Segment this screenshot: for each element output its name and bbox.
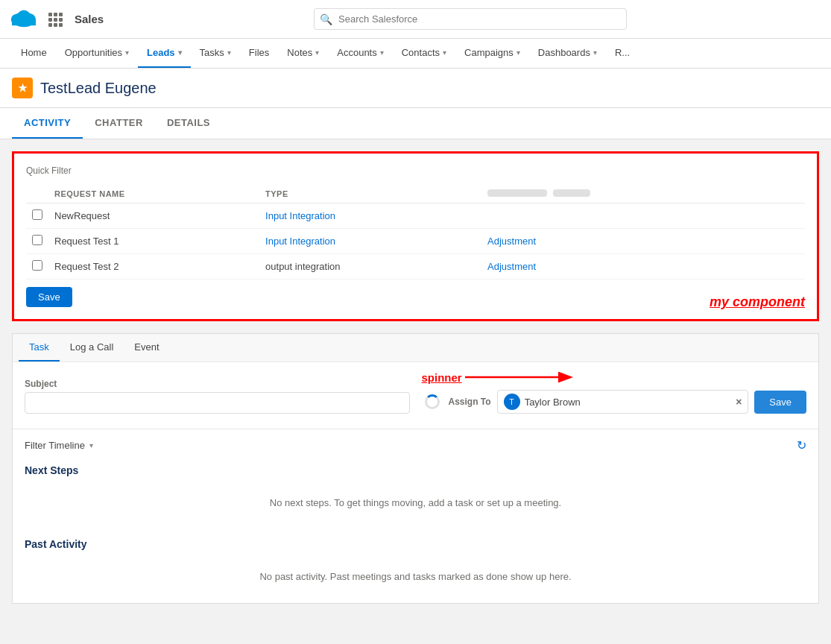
nav-item-dashboards[interactable]: Dashboards ▾ xyxy=(529,39,606,68)
svg-rect-8 xyxy=(48,18,52,22)
table-row: Request Test 1 Input Integration Adjustm… xyxy=(26,229,805,254)
assign-to-wrapper: T Taylor Brown × xyxy=(497,390,749,414)
chevron-down-icon: ▾ xyxy=(178,48,182,57)
component-save-button[interactable]: Save xyxy=(26,287,72,307)
table-row: Request Test 2 output integration Adjust… xyxy=(26,254,805,280)
row-request-name: NewRequest xyxy=(48,203,259,229)
svg-rect-5 xyxy=(48,13,52,16)
my-component-label: my component xyxy=(710,294,805,310)
refresh-icon[interactable]: ↻ xyxy=(797,438,806,452)
clear-assign-button[interactable]: × xyxy=(736,396,742,408)
nav-item-accounts[interactable]: Accounts ▾ xyxy=(328,39,392,68)
svg-rect-12 xyxy=(54,23,57,27)
nav-item-more[interactable]: R... xyxy=(606,39,639,68)
search-bar: 🔍 xyxy=(314,8,627,30)
tab-details[interactable]: DETAILS xyxy=(155,108,222,139)
table-row: NewRequest Input Integration xyxy=(26,203,805,229)
table-header-request-name: REQUEST NAME xyxy=(48,185,259,203)
chevron-down-icon: ▾ xyxy=(227,48,231,57)
app-name: Sales xyxy=(75,13,104,25)
row-checkbox[interactable] xyxy=(26,203,48,229)
assign-to-field: spinner xyxy=(422,371,807,414)
table-header-col4 xyxy=(481,185,774,203)
task-save-button[interactable]: Save xyxy=(754,391,806,414)
search-icon: 🔍 xyxy=(320,13,332,25)
nav-item-notes[interactable]: Notes ▾ xyxy=(278,39,328,68)
row-adjustment[interactable]: Adjustment xyxy=(481,254,774,280)
task-form: Subject spinner xyxy=(13,362,818,429)
nav-item-opportunities[interactable]: Opportunities ▾ xyxy=(56,39,138,68)
timeline-section: Filter Timeline ▾ ↻ Next Steps No next s… xyxy=(13,429,818,603)
svg-rect-4 xyxy=(12,19,36,25)
svg-rect-7 xyxy=(59,13,63,16)
lead-icon: ★ xyxy=(12,78,33,98)
row-adjustment xyxy=(481,203,774,229)
main-content: Quick Filter REQUEST NAME TYPE xyxy=(0,139,831,644)
tab-activity[interactable]: ACTIVITY xyxy=(12,108,83,139)
row-request-name: Request Test 2 xyxy=(48,254,259,280)
top-bar: Sales 🔍 xyxy=(0,0,831,39)
nav-item-campaigns[interactable]: Campaigns ▾ xyxy=(455,39,529,68)
svg-rect-6 xyxy=(54,13,57,16)
spinner-label: spinner xyxy=(422,371,462,384)
component-table: REQUEST NAME TYPE NewRequest Inpu xyxy=(26,185,805,280)
row-adjustment[interactable]: Adjustment xyxy=(481,229,774,254)
nav-item-tasks[interactable]: Tasks ▾ xyxy=(191,39,240,68)
row-type[interactable]: Input Integration xyxy=(259,229,481,254)
spinner-arrow xyxy=(465,368,584,391)
salesforce-logo[interactable] xyxy=(9,3,39,35)
table-header-checkbox xyxy=(26,185,48,203)
quick-filter-label: Quick Filter xyxy=(26,165,805,176)
row-checkbox[interactable] xyxy=(26,229,48,254)
nav-item-contacts[interactable]: Contacts ▾ xyxy=(393,39,455,68)
nav-item-files[interactable]: Files xyxy=(240,39,278,68)
activity-tabs: Task Log a Call Event xyxy=(13,334,818,362)
next-steps-header: Next Steps xyxy=(25,464,806,476)
chevron-down-icon: ▾ xyxy=(315,48,319,57)
chevron-down-icon: ▾ xyxy=(125,48,129,57)
search-input[interactable] xyxy=(314,8,627,30)
filter-caret-icon[interactable]: ▾ xyxy=(89,441,93,449)
row-type: output integration xyxy=(259,254,481,280)
filter-timeline-label[interactable]: Filter Timeline xyxy=(25,440,85,451)
filter-timeline-bar: Filter Timeline ▾ ↻ xyxy=(25,438,806,452)
page-title: TestLead Eugene xyxy=(40,80,157,97)
spinner xyxy=(422,391,443,412)
app-launcher-icon[interactable] xyxy=(48,12,63,27)
svg-rect-11 xyxy=(48,23,52,27)
assign-to-label: Assign To xyxy=(449,397,491,407)
activity-section: Task Log a Call Event Subject spinner xyxy=(12,333,819,604)
subject-field: Subject xyxy=(25,379,410,414)
chevron-down-icon: ▾ xyxy=(443,48,446,57)
row-request-name: Request Test 1 xyxy=(48,229,259,254)
row-checkbox[interactable] xyxy=(26,254,48,280)
nav-bar: Home Opportunities ▾ Leads ▾ Tasks ▾ Fil… xyxy=(0,39,831,69)
svg-rect-10 xyxy=(59,18,63,22)
table-header-type: TYPE xyxy=(259,185,481,203)
tab-chatter[interactable]: CHATTER xyxy=(83,108,155,139)
svg-rect-13 xyxy=(59,23,63,27)
subject-input[interactable] xyxy=(25,392,410,414)
nav-item-leads[interactable]: Leads ▾ xyxy=(138,39,191,68)
activity-tab-log-call[interactable]: Log a Call xyxy=(60,334,124,362)
chevron-down-icon: ▾ xyxy=(593,48,597,57)
row-type[interactable]: Input Integration xyxy=(259,203,481,229)
svg-rect-9 xyxy=(54,18,57,22)
page-header: ★ TestLead Eugene xyxy=(0,69,831,108)
past-activity-header: Past Activity xyxy=(25,538,806,550)
tabs-bar: ACTIVITY CHATTER DETAILS xyxy=(0,108,831,139)
activity-tab-task[interactable]: Task xyxy=(19,334,60,362)
chevron-down-icon: ▾ xyxy=(380,48,384,57)
assign-to-name: Taylor Brown xyxy=(525,397,732,408)
custom-component-box: Quick Filter REQUEST NAME TYPE xyxy=(12,151,819,321)
chevron-down-icon: ▾ xyxy=(516,48,520,57)
subject-label: Subject xyxy=(25,379,410,389)
activity-tab-event[interactable]: Event xyxy=(124,334,169,362)
nav-item-home[interactable]: Home xyxy=(12,39,56,68)
past-activity-empty: No past activity. Past meetings and task… xyxy=(25,559,806,594)
avatar: T xyxy=(504,394,520,410)
next-steps-empty: No next steps. To get things moving, add… xyxy=(25,485,806,520)
table-header-col5 xyxy=(774,185,805,203)
